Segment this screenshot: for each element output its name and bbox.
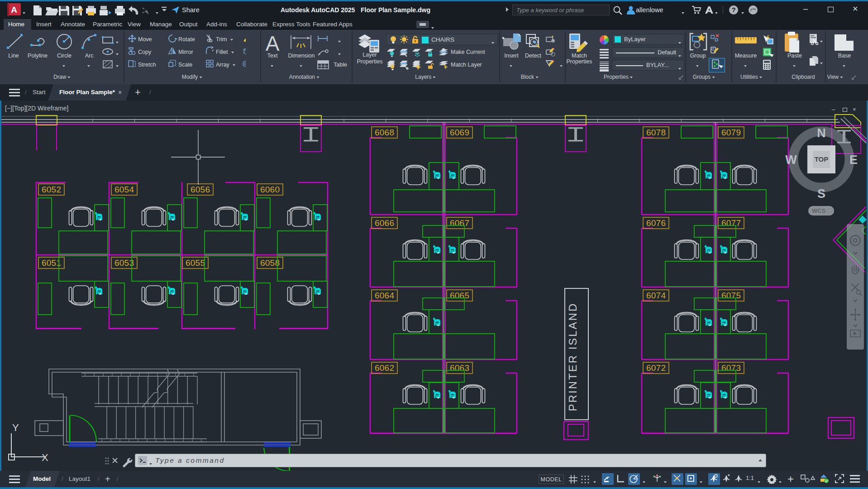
svg-text:WCS: WCS <box>812 207 826 214</box>
svg-text:?: ? <box>731 6 735 14</box>
svg-text:6069: 6069 <box>450 128 469 137</box>
svg-text:6078: 6078 <box>646 128 666 137</box>
svg-text:6076: 6076 <box>646 218 666 228</box>
svg-text:6067: 6067 <box>450 218 469 228</box>
svg-text:6052: 6052 <box>42 185 61 194</box>
svg-text:6066: 6066 <box>375 218 394 228</box>
svg-text:A: A <box>11 5 17 14</box>
svg-text:N: N <box>817 126 826 140</box>
svg-text:6068: 6068 <box>375 128 394 137</box>
svg-text:PRINTER ISLAND: PRINTER ISLAND <box>567 302 579 412</box>
svg-text:6065: 6065 <box>450 291 469 300</box>
svg-text:W: W <box>785 153 797 167</box>
svg-text:6062: 6062 <box>375 363 394 373</box>
svg-text:6051: 6051 <box>42 258 61 268</box>
svg-text:6063: 6063 <box>450 363 469 373</box>
svg-text:A: A <box>266 33 280 55</box>
svg-text:6053: 6053 <box>114 258 134 268</box>
svg-text:S: S <box>817 187 825 201</box>
svg-text:Y: Y <box>12 422 19 433</box>
svg-text:6073: 6073 <box>721 363 741 373</box>
svg-text:6079: 6079 <box>721 128 741 137</box>
svg-text:TOP: TOP <box>815 155 829 163</box>
svg-text:E: E <box>849 153 858 167</box>
svg-text:6054: 6054 <box>114 185 134 194</box>
svg-text:6075: 6075 <box>721 291 741 300</box>
svg-text:6074: 6074 <box>646 291 666 300</box>
svg-text:6064: 6064 <box>375 291 394 300</box>
svg-text:6058: 6058 <box>260 258 280 268</box>
svg-text:6060: 6060 <box>260 185 280 194</box>
svg-text:6077: 6077 <box>721 218 741 228</box>
svg-text:6072: 6072 <box>646 363 666 373</box>
svg-text:6055: 6055 <box>186 258 205 268</box>
svg-text:6056: 6056 <box>191 185 210 194</box>
